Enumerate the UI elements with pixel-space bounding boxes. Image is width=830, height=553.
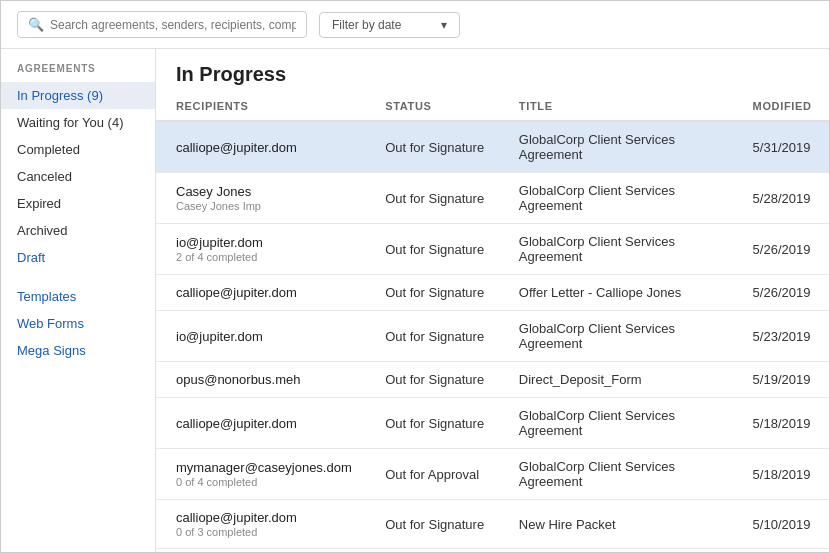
cell-title: GlobalCorp Client Services Agreement xyxy=(507,224,741,275)
recipient-name: mymanager@caseyjones.dom xyxy=(176,460,361,475)
recipient-name: calliope@jupiter.dom xyxy=(176,510,361,525)
cell-status: Out for Signature xyxy=(373,398,507,449)
cell-title: GlobalCorp Client Services Agreement xyxy=(507,173,741,224)
cell-status: Out for Approval xyxy=(373,449,507,500)
table-row[interactable]: calliope@jupiter.domOut for SignatureGlo… xyxy=(156,121,829,173)
cell-title: New Hire Packet xyxy=(507,500,741,549)
cell-title: Direct_Deposit_Form xyxy=(507,362,741,398)
cell-title: GlobalCorp Client Services Agreement xyxy=(507,311,741,362)
search-box[interactable]: 🔍 xyxy=(17,11,307,38)
recipient-sub: Casey Jones Imp xyxy=(176,200,361,212)
sidebar-item-in-progress[interactable]: In Progress (9) xyxy=(1,82,155,109)
sidebar-item-waiting-for-you[interactable]: Waiting for You (4) xyxy=(1,109,155,136)
recipient-name: io@jupiter.dom xyxy=(176,235,361,250)
top-bar: 🔍 Filter by date ▾ xyxy=(1,1,829,49)
sidebar-section-label: AGREEMENTS xyxy=(1,63,155,82)
search-input[interactable] xyxy=(50,18,296,32)
table-header-row: RECIPIENTS STATUS TITLE MODIFIED xyxy=(156,92,829,121)
cell-recipient: calliope@jupiter.dom0 of 3 completed xyxy=(156,500,373,549)
cell-modified: 5/31/2019 xyxy=(741,121,829,173)
col-header-modified: MODIFIED xyxy=(741,92,829,121)
filter-label: Filter by date xyxy=(332,18,401,32)
sidebar-item-draft[interactable]: Draft xyxy=(1,244,155,271)
cell-modified: 5/18/2019 xyxy=(741,398,829,449)
filter-date-dropdown[interactable]: Filter by date ▾ xyxy=(319,12,460,38)
cell-recipient: io@jupiter.dom xyxy=(156,311,373,362)
sidebar-item-expired[interactable]: Expired xyxy=(1,190,155,217)
cell-status: Out for Signature xyxy=(373,311,507,362)
recipient-name: calliope@jupiter.dom xyxy=(176,285,361,300)
content-header: In Progress xyxy=(156,49,829,92)
cell-modified: 5/26/2019 xyxy=(741,275,829,311)
cell-status: Out for Signature xyxy=(373,121,507,173)
cell-status: Out for Signature xyxy=(373,500,507,549)
cell-title: GlobalCorp Client Services Agreement xyxy=(507,449,741,500)
recipient-sub: 0 of 3 completed xyxy=(176,526,361,538)
cell-title: Offer Letter - Calliope Jones xyxy=(507,275,741,311)
cell-modified: 5/10/2019 xyxy=(741,500,829,549)
table-row[interactable]: calliope@jupiter.domOut for SignatureOff… xyxy=(156,275,829,311)
table-row[interactable]: io@jupiter.domOut for SignatureGlobalCor… xyxy=(156,311,829,362)
cell-recipient: calliope@jupiter.dom xyxy=(156,398,373,449)
cell-recipient: calliope@jupiter.dom xyxy=(156,121,373,173)
col-header-status: STATUS xyxy=(373,92,507,121)
cell-modified: 5/18/2019 xyxy=(741,449,829,500)
cell-modified: 5/26/2019 xyxy=(741,224,829,275)
sidebar-item-web-forms[interactable]: Web Forms xyxy=(1,310,155,337)
content-area: In Progress RECIPIENTS STATUS TITLE MODI… xyxy=(156,49,829,552)
sidebar-item-archived[interactable]: Archived xyxy=(1,217,155,244)
cell-modified: 5/19/2019 xyxy=(741,362,829,398)
cell-recipient: calliope@jupiter.dom xyxy=(156,275,373,311)
sidebar-divider xyxy=(1,271,155,283)
cell-title: GlobalCorp Client Services Agreement xyxy=(507,398,741,449)
table-row[interactable]: io@jupiter.dom2 of 4 completedOut for Si… xyxy=(156,224,829,275)
page-title: In Progress xyxy=(176,63,809,86)
cell-status: Out for Signature xyxy=(373,275,507,311)
cell-modified: 5/23/2019 xyxy=(741,311,829,362)
agreements-table: RECIPIENTS STATUS TITLE MODIFIED calliop… xyxy=(156,92,829,549)
sidebar-item-completed[interactable]: Completed xyxy=(1,136,155,163)
cell-recipient: opus@nonorbus.meh xyxy=(156,362,373,398)
col-header-recipients: RECIPIENTS xyxy=(156,92,373,121)
recipient-name: calliope@jupiter.dom xyxy=(176,140,361,155)
recipient-name: io@jupiter.dom xyxy=(176,329,361,344)
recipient-sub: 2 of 4 completed xyxy=(176,251,361,263)
table-row[interactable]: Casey JonesCasey Jones ImpOut for Signat… xyxy=(156,173,829,224)
col-header-title: TITLE xyxy=(507,92,741,121)
cell-status: Out for Signature xyxy=(373,362,507,398)
table-row[interactable]: calliope@jupiter.dom0 of 3 completedOut … xyxy=(156,500,829,549)
table-row[interactable]: opus@nonorbus.mehOut for SignatureDirect… xyxy=(156,362,829,398)
cell-recipient: io@jupiter.dom2 of 4 completed xyxy=(156,224,373,275)
sidebar-item-mega-signs[interactable]: Mega Signs xyxy=(1,337,155,364)
recipient-name: Casey Jones xyxy=(176,184,361,199)
cell-recipient: mymanager@caseyjones.dom0 of 4 completed xyxy=(156,449,373,500)
search-icon: 🔍 xyxy=(28,17,44,32)
cell-status: Out for Signature xyxy=(373,173,507,224)
cell-title: GlobalCorp Client Services Agreement xyxy=(507,121,741,173)
cell-recipient: Casey JonesCasey Jones Imp xyxy=(156,173,373,224)
recipient-sub: 0 of 4 completed xyxy=(176,476,361,488)
table-row[interactable]: mymanager@caseyjones.dom0 of 4 completed… xyxy=(156,449,829,500)
cell-modified: 5/28/2019 xyxy=(741,173,829,224)
app-container: 🔍 Filter by date ▾ AGREEMENTS In Progres… xyxy=(0,0,830,553)
table-row[interactable]: calliope@jupiter.domOut for SignatureGlo… xyxy=(156,398,829,449)
cell-status: Out for Signature xyxy=(373,224,507,275)
main-area: AGREEMENTS In Progress (9) Waiting for Y… xyxy=(1,49,829,552)
sidebar-item-canceled[interactable]: Canceled xyxy=(1,163,155,190)
sidebar: AGREEMENTS In Progress (9) Waiting for Y… xyxy=(1,49,156,552)
chevron-down-icon: ▾ xyxy=(441,18,447,32)
sidebar-item-templates[interactable]: Templates xyxy=(1,283,155,310)
recipient-name: calliope@jupiter.dom xyxy=(176,416,361,431)
recipient-name: opus@nonorbus.meh xyxy=(176,372,361,387)
